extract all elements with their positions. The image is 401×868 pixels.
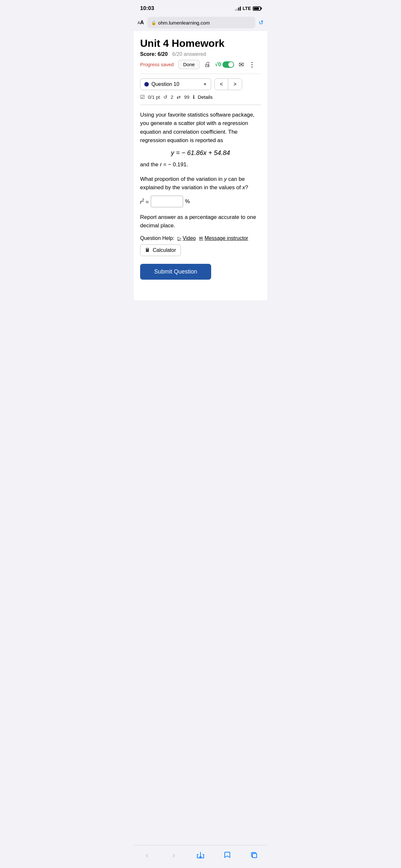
question-divider xyxy=(140,104,261,105)
lock-icon: 🔒 xyxy=(151,20,156,25)
random-count: 99 xyxy=(184,94,189,100)
question-body: Using your favorite statistics software … xyxy=(140,111,261,169)
question-text-2: and the r = − 0.191. xyxy=(140,160,261,169)
url-bar[interactable]: 🔒 ohm.lumenlearning.com xyxy=(147,17,255,28)
status-bar: 10:03 LTE xyxy=(134,0,267,14)
meta-row: ☑ 0/1 pt ↺ 2 ⇄ 99 ℹ Details xyxy=(140,94,261,100)
input-row: r2 = % xyxy=(140,196,261,207)
url-text: ohm.lumenlearning.com xyxy=(158,20,210,26)
math-label: √0 xyxy=(215,61,221,68)
help-row: Question Help: ▷ Video ✉ Message instruc… xyxy=(140,236,261,241)
lte-label: LTE xyxy=(243,6,251,11)
page-title: Unit 4 Homework xyxy=(140,37,261,50)
chevron-down-icon: ▼ xyxy=(203,82,207,87)
help-label: Question Help: xyxy=(140,236,174,241)
info-icon: ℹ xyxy=(193,94,195,100)
r-squared-label: r2 = xyxy=(140,198,149,206)
next-question-button[interactable]: > xyxy=(228,79,242,90)
answered-text: 6/20 answered xyxy=(172,51,206,57)
question-status-dot xyxy=(144,82,149,87)
retry-icon: ↺ xyxy=(163,94,167,100)
progress-saved: Progress saved xyxy=(140,62,174,67)
details-link[interactable]: Details xyxy=(198,94,213,100)
video-link[interactable]: ▷ Video xyxy=(178,236,196,241)
checkbox-icon: ☑ xyxy=(140,94,145,100)
toggle-knob xyxy=(228,62,234,67)
question-label: Question 10 xyxy=(151,82,201,87)
browser-bar: AA 🔒 ohm.lumenlearning.com ↺ xyxy=(134,14,267,31)
calculator-label: Calculator xyxy=(153,247,176,253)
points-text: 0/1 pt xyxy=(148,94,160,100)
more-options-icon[interactable]: ⋮ xyxy=(249,61,255,68)
question-text-3: What proportion of the variation in y ca… xyxy=(140,175,261,192)
status-icons: LTE xyxy=(235,6,261,11)
done-button[interactable]: Done xyxy=(178,60,199,69)
question-row: Question 10 ▼ < > xyxy=(140,79,261,90)
math-toggle[interactable]: √0 xyxy=(215,61,234,68)
instruction-text: Report answer as a percentage accurate t… xyxy=(140,213,261,229)
print-icon[interactable]: 🖨 xyxy=(204,61,211,68)
equation: y = − 61.86x + 54.84 xyxy=(140,148,261,158)
calculator-button[interactable]: 🖩 Calculator xyxy=(140,244,181,256)
answer-input[interactable] xyxy=(151,196,183,207)
prev-question-button[interactable]: < xyxy=(215,79,228,90)
main-content: Unit 4 Homework Score: 6/20 6/20 answere… xyxy=(134,31,267,300)
toggle-switch[interactable] xyxy=(222,61,234,68)
video-link-text: Video xyxy=(183,236,196,241)
retry-count: 2 xyxy=(171,94,174,100)
question-dropdown[interactable]: Question 10 ▼ xyxy=(140,79,211,90)
message-instructor-link[interactable]: ✉ Message instructor xyxy=(199,236,248,241)
score-text: Score: 6/20 xyxy=(140,51,167,57)
battery-icon xyxy=(253,6,261,11)
score-row: Score: 6/20 6/20 answered xyxy=(140,51,261,57)
calculator-icon: 🖩 xyxy=(145,247,150,253)
nav-buttons: < > xyxy=(214,79,242,90)
submit-question-button[interactable]: Submit Question xyxy=(140,264,211,280)
signal-icon xyxy=(235,6,241,11)
percent-label: % xyxy=(185,198,190,205)
toolbar: Progress saved Done 🖨 √0 ✉ ⋮ xyxy=(140,60,261,69)
status-time: 10:03 xyxy=(140,5,154,11)
video-icon: ▷ xyxy=(178,236,181,241)
font-size-toggle[interactable]: AA xyxy=(137,20,144,26)
mail-link-icon: ✉ xyxy=(199,236,203,241)
message-instructor-text: Message instructor xyxy=(204,236,248,241)
question-text-1: Using your favorite statistics software … xyxy=(140,111,261,145)
divider-1 xyxy=(140,73,261,74)
refresh-button[interactable]: ↺ xyxy=(258,19,264,26)
random-icon: ⇄ xyxy=(177,94,181,100)
mail-icon[interactable]: ✉ xyxy=(239,61,244,68)
